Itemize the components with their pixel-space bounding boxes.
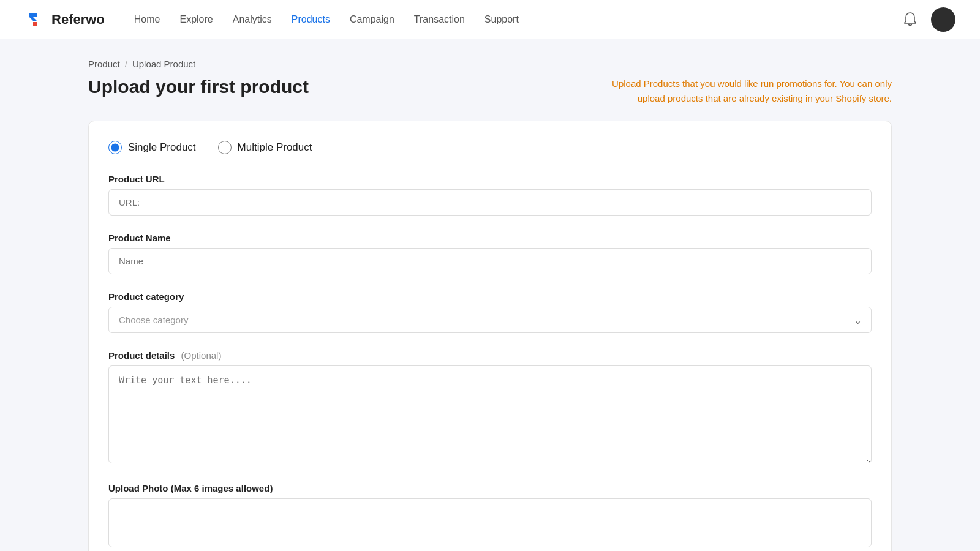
nav-support[interactable]: Support — [484, 14, 519, 25]
main-content: Product / Upload Product Upload your fir… — [0, 39, 980, 551]
nav-home[interactable]: Home — [134, 14, 160, 25]
nav-links: Home Explore Analytics Products Campaign… — [134, 14, 902, 25]
product-details-field: Product details (Optional) — [108, 350, 872, 466]
product-category-label: Product category — [108, 291, 872, 302]
breadcrumb-parent: Product — [88, 59, 120, 69]
breadcrumb-separator: / — [125, 59, 127, 69]
nav-explore[interactable]: Explore — [179, 14, 213, 25]
multiple-product-option[interactable]: Multiple Product — [218, 141, 312, 154]
upload-photo-label: Upload Photo (Max 6 images allowed) — [108, 483, 872, 493]
product-name-input[interactable] — [108, 248, 872, 274]
single-product-option[interactable]: Single Product — [108, 141, 196, 154]
breadcrumb: Product / Upload Product — [88, 59, 892, 69]
product-url-field: Product URL — [108, 174, 872, 216]
nav-products[interactable]: Products — [292, 14, 330, 25]
upload-photo-area[interactable] — [108, 498, 872, 547]
nav-transaction[interactable]: Transaction — [414, 14, 465, 25]
upload-photo-field: Upload Photo (Max 6 images allowed) — [108, 483, 872, 547]
form-card: Single Product Multiple Product Product … — [88, 121, 892, 551]
logo[interactable]: Referwo — [24, 9, 105, 31]
product-name-field: Product Name — [108, 233, 872, 274]
navbar-right — [902, 7, 956, 32]
multiple-product-label: Multiple Product — [238, 141, 312, 154]
hint-text: Upload Products that you would like run … — [598, 77, 892, 106]
navbar: Referwo Home Explore Analytics Products … — [0, 0, 980, 39]
page-title: Upload your first product — [88, 77, 309, 97]
brand-name: Referwo — [51, 12, 105, 28]
multiple-product-radio[interactable] — [218, 141, 232, 154]
breadcrumb-current: Upload Product — [132, 59, 195, 69]
product-details-label: Product details (Optional) — [108, 350, 872, 361]
product-category-select[interactable]: Choose category — [108, 307, 872, 333]
single-product-radio[interactable] — [108, 141, 122, 154]
nav-campaign[interactable]: Campaign — [350, 14, 394, 25]
logo-icon — [24, 9, 47, 31]
product-url-input[interactable] — [108, 189, 872, 216]
product-name-label: Product Name — [108, 233, 872, 243]
nav-analytics[interactable]: Analytics — [233, 14, 272, 25]
page-header: Upload your first product Upload Product… — [88, 77, 892, 106]
single-product-label: Single Product — [128, 141, 196, 154]
product-details-textarea[interactable] — [108, 365, 872, 463]
avatar[interactable] — [931, 7, 956, 32]
product-url-label: Product URL — [108, 174, 872, 184]
notification-icon[interactable] — [902, 11, 919, 28]
product-type-radio-group: Single Product Multiple Product — [108, 141, 872, 154]
product-category-select-wrapper: Choose category ⌄ — [108, 307, 872, 333]
product-category-field: Product category Choose category ⌄ — [108, 291, 872, 333]
